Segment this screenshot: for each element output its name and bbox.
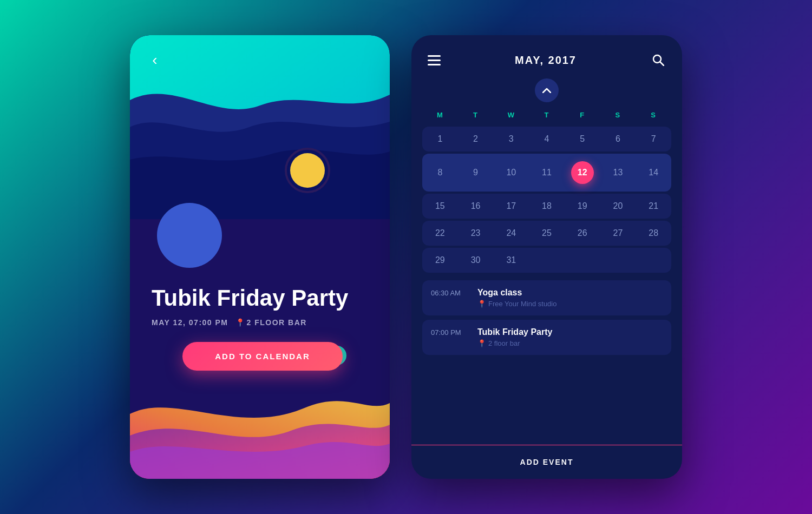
day-4[interactable]: 4 bbox=[529, 127, 565, 151]
add-event-button[interactable]: ADD EVENT bbox=[422, 458, 671, 466]
day-header-F: F bbox=[565, 108, 600, 122]
day-24[interactable]: 24 bbox=[493, 221, 529, 246]
party-venue: 📍 2 floor bar bbox=[477, 339, 552, 347]
day-empty-4 bbox=[636, 248, 671, 273]
party-name: Tubik Friday Party bbox=[477, 327, 552, 337]
yellow-circle-decoration bbox=[290, 153, 325, 188]
day-14[interactable]: 14 bbox=[636, 154, 671, 192]
top-wave-area bbox=[130, 35, 390, 219]
day-25[interactable]: 25 bbox=[529, 221, 565, 246]
day-8[interactable]: 8 bbox=[422, 154, 458, 192]
search-button[interactable] bbox=[651, 52, 666, 68]
day-header-T1: T bbox=[458, 108, 494, 122]
left-phone: ‹ Tubik Friday Party MAY 12, 07:00 PM 📍 … bbox=[130, 35, 390, 479]
collapse-calendar-row bbox=[411, 78, 682, 108]
event-item-party[interactable]: 07:00 PM Tubik Friday Party 📍 2 floor ba… bbox=[422, 320, 671, 355]
yoga-info: Yoga class 📍 Free Your Mind studio bbox=[477, 288, 556, 308]
day-9[interactable]: 9 bbox=[458, 154, 494, 192]
day-29[interactable]: 29 bbox=[422, 248, 458, 273]
day-26[interactable]: 26 bbox=[565, 221, 600, 246]
day-5[interactable]: 5 bbox=[565, 127, 600, 151]
yoga-venue: 📍 Free Your Mind studio bbox=[477, 300, 556, 308]
party-location-icon: 📍 bbox=[477, 339, 486, 347]
day-empty-2 bbox=[565, 248, 600, 273]
month-title: MAY, 2017 bbox=[515, 54, 577, 67]
event-meta: MAY 12, 07:00 PM 📍 2 FLOOR BAR bbox=[146, 318, 374, 327]
day-header-W: W bbox=[493, 108, 529, 122]
day-empty-1 bbox=[529, 248, 565, 273]
day-15[interactable]: 15 bbox=[422, 194, 458, 219]
day-header-M: M bbox=[422, 108, 458, 122]
event-location: 📍 2 FLOOR BAR bbox=[237, 318, 307, 327]
party-time: 07:00 PM bbox=[431, 327, 469, 337]
event-item-yoga[interactable]: 06:30 AM Yoga class 📍 Free Your Mind stu… bbox=[422, 280, 671, 315]
day-31[interactable]: 31 bbox=[493, 248, 529, 273]
bottom-wave-area bbox=[130, 371, 390, 479]
yoga-location-icon: 📍 bbox=[477, 300, 486, 308]
day-22[interactable]: 22 bbox=[422, 221, 458, 246]
day-11[interactable]: 11 bbox=[529, 154, 565, 192]
add-to-calendar-button[interactable]: ADD TO CALENDAR bbox=[182, 342, 343, 371]
day-27[interactable]: 27 bbox=[600, 221, 636, 246]
day-header-S1: S bbox=[600, 108, 636, 122]
week-row-5: 29 30 31 bbox=[422, 248, 671, 273]
day-23[interactable]: 23 bbox=[458, 221, 494, 246]
day-10[interactable]: 10 bbox=[493, 154, 529, 192]
events-section: 06:30 AM Yoga class 📍 Free Your Mind stu… bbox=[411, 275, 682, 445]
party-info: Tubik Friday Party 📍 2 floor bar bbox=[477, 327, 552, 347]
day-2[interactable]: 2 bbox=[458, 127, 494, 151]
back-button[interactable]: ‹ bbox=[145, 50, 165, 70]
day-19[interactable]: 19 bbox=[565, 194, 600, 219]
day-17[interactable]: 17 bbox=[493, 194, 529, 219]
day-20[interactable]: 20 bbox=[600, 194, 636, 219]
calendar-header: MAY, 2017 bbox=[411, 35, 682, 78]
day-16[interactable]: 16 bbox=[458, 194, 494, 219]
day-header-S2: S bbox=[636, 108, 671, 122]
event-date: MAY 12, 07:00 PM bbox=[152, 318, 228, 327]
blue-circle-decoration bbox=[157, 203, 222, 268]
svg-line-2 bbox=[660, 62, 664, 66]
week-row-3: 15 16 17 18 19 20 21 bbox=[422, 194, 671, 219]
day-30[interactable]: 30 bbox=[458, 248, 494, 273]
collapse-calendar-button[interactable] bbox=[535, 78, 559, 102]
week-row-2: 8 9 10 11 12 13 14 bbox=[422, 154, 671, 192]
day-3[interactable]: 3 bbox=[493, 127, 529, 151]
yoga-time: 06:30 AM bbox=[431, 288, 469, 297]
right-phone: MAY, 2017 M T W T F S S 1 bbox=[411, 35, 682, 479]
day-28[interactable]: 28 bbox=[636, 221, 671, 246]
day-13[interactable]: 13 bbox=[600, 154, 636, 192]
yoga-name: Yoga class bbox=[477, 288, 556, 298]
hamburger-menu-button[interactable] bbox=[428, 55, 441, 65]
day-1[interactable]: 1 bbox=[422, 127, 458, 151]
add-event-bar: ADD EVENT bbox=[411, 445, 682, 479]
day-header-T2: T bbox=[529, 108, 565, 122]
event-title: Tubik Friday Party bbox=[146, 286, 374, 311]
day-12-today[interactable]: 12 bbox=[565, 154, 600, 192]
day-21[interactable]: 21 bbox=[636, 194, 671, 219]
week-row-1: 1 2 3 4 5 6 7 bbox=[422, 127, 671, 151]
day-headers-row: M T W T F S S bbox=[422, 108, 671, 122]
event-content-area: Tubik Friday Party MAY 12, 07:00 PM 📍 2 … bbox=[130, 286, 390, 371]
day-18[interactable]: 18 bbox=[529, 194, 565, 219]
day-empty-3 bbox=[600, 248, 636, 273]
day-6[interactable]: 6 bbox=[600, 127, 636, 151]
week-row-4: 22 23 24 25 26 27 28 bbox=[422, 221, 671, 246]
day-7[interactable]: 7 bbox=[636, 127, 671, 151]
calendar-grid: M T W T F S S 1 2 3 4 5 6 7 8 9 10 11 12 bbox=[411, 108, 682, 275]
location-pin-icon: 📍 bbox=[237, 319, 245, 326]
